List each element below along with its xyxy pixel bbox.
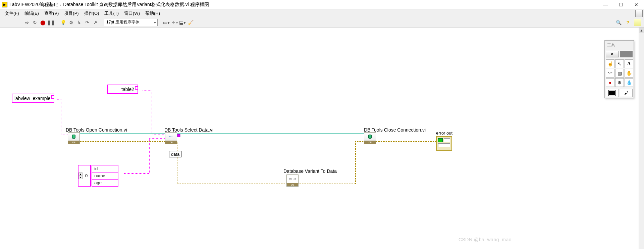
titlebar: LabVIEW2020编程基础：Database Toolkit 查询数据库然后… bbox=[0, 0, 644, 9]
close-button[interactable]: ✕ bbox=[629, 0, 644, 9]
position-tool[interactable]: ↖ bbox=[615, 59, 624, 68]
label-select-data: DB Tools Select Data.vi bbox=[164, 127, 213, 133]
wire-label-data: data bbox=[169, 151, 181, 157]
window-title: LabVIEW2020编程基础：Database Toolkit 查询数据库然后… bbox=[9, 2, 598, 8]
label-error-out: error out bbox=[436, 131, 452, 136]
node-close-connection[interactable]: DB bbox=[364, 132, 376, 144]
menu-operate[interactable]: 操作(O) bbox=[82, 9, 102, 17]
tools-palette-title: 工具 bbox=[605, 41, 634, 50]
tools-palette[interactable]: 工具 ✕ ☝ ↖ A 〰 ▤ ✋ ● ⊕ 💧 🖌 bbox=[604, 40, 634, 98]
help-button[interactable]: ? bbox=[625, 19, 631, 26]
vi-connector-icon[interactable] bbox=[635, 10, 643, 17]
menu-project[interactable]: 项目(P) bbox=[61, 9, 81, 17]
cleanup-button[interactable]: 🧹 bbox=[187, 19, 194, 26]
svg-rect-0 bbox=[177, 134, 180, 137]
auto-tool-indicator[interactable] bbox=[620, 51, 633, 57]
align-button[interactable]: ▭▾ bbox=[163, 19, 170, 26]
eyedropper-tool[interactable]: 💧 bbox=[625, 78, 633, 87]
watermark: CSDN @ba_wang_mao bbox=[459, 237, 512, 242]
array-elem-1[interactable]: name bbox=[92, 172, 118, 180]
auto-tool-button[interactable]: ✕ bbox=[606, 51, 619, 57]
app-icon bbox=[2, 2, 7, 7]
array-elem-0[interactable]: id bbox=[92, 165, 118, 172]
menu-edit[interactable]: 编辑(E) bbox=[22, 9, 42, 17]
abort-button[interactable]: ⬤ bbox=[40, 19, 46, 26]
menu-view[interactable]: 查看(V) bbox=[42, 9, 61, 17]
operate-tool[interactable]: ☝ bbox=[606, 59, 614, 68]
node-variant-to-data[interactable]: ◫→▯ DB bbox=[286, 175, 299, 187]
menu-file[interactable]: 文件(F) bbox=[2, 9, 22, 17]
array-elem-2[interactable]: age bbox=[92, 180, 118, 187]
minimize-button[interactable]: — bbox=[598, 0, 613, 9]
menu-help[interactable]: 帮助(H) bbox=[143, 9, 163, 17]
run-button[interactable]: ⇨ bbox=[23, 19, 30, 26]
node-open-connection[interactable]: DB bbox=[68, 132, 80, 144]
run-continuous-button[interactable]: ↻ bbox=[32, 19, 38, 26]
node-select-data[interactable]: SEL DB bbox=[165, 132, 177, 144]
object-popup-tool[interactable]: ▤ bbox=[615, 69, 624, 78]
wiring-tool[interactable]: 〰 bbox=[606, 69, 614, 78]
toolbar: ⇨ ↻ ⬤ ❚❚ 💡 ⚙ ↳ ↷ ↗ 17pt 应用程序字体 ▭▾ ⫩▾ ⬓▾ … bbox=[0, 17, 644, 28]
scroll-tool[interactable]: ✋ bbox=[625, 69, 633, 78]
vi-icon[interactable] bbox=[634, 19, 641, 26]
menu-window[interactable]: 窗口(W) bbox=[121, 9, 143, 17]
maximize-button[interactable]: ☐ bbox=[613, 0, 629, 9]
breakpoint-tool[interactable]: ● bbox=[606, 78, 614, 87]
color-tool[interactable] bbox=[606, 89, 619, 97]
menu-tools[interactable]: 工具(T) bbox=[102, 9, 121, 17]
vertical-scrollbar[interactable]: ▲ bbox=[639, 28, 644, 249]
retain-wire-button[interactable]: ⚙ bbox=[68, 19, 74, 26]
search-button[interactable]: 🔍 bbox=[615, 19, 622, 26]
indicator-error-out[interactable]: error out bbox=[436, 131, 452, 151]
string-constant-dsn[interactable]: labview_example bbox=[12, 94, 54, 103]
pause-button[interactable]: ❚❚ bbox=[48, 19, 54, 26]
reorder-button[interactable]: ⬓▾ bbox=[179, 19, 186, 26]
string-constant-table[interactable]: table2 bbox=[107, 85, 138, 94]
label-variant-to-data: Database Variant To Data bbox=[283, 168, 337, 174]
step-out-button[interactable]: ↗ bbox=[92, 19, 99, 26]
block-diagram-canvas[interactable]: labview_example table2 DB Tools Open Con… bbox=[0, 28, 644, 249]
distribute-button[interactable]: ⫩▾ bbox=[171, 19, 178, 26]
scroll-up-button[interactable]: ▲ bbox=[639, 28, 644, 33]
label-open-connection: DB Tools Open Connection.vi bbox=[66, 127, 127, 133]
array-index[interactable]: 0 bbox=[83, 172, 90, 179]
probe-tool[interactable]: ⊕ bbox=[615, 78, 624, 87]
text-tool[interactable]: A bbox=[625, 59, 633, 68]
paintbrush-tool[interactable]: 🖌 bbox=[620, 89, 633, 97]
font-select[interactable]: 17pt 应用程序字体 bbox=[104, 19, 158, 26]
step-into-button[interactable]: ↳ bbox=[76, 19, 83, 26]
menubar: 文件(F) 编辑(E) 查看(V) 项目(P) 操作(O) 工具(T) 窗口(W… bbox=[0, 9, 644, 17]
array-constant-columns[interactable]: ▲▼ 0 id name age bbox=[78, 165, 118, 187]
label-close-connection: DB Tools Close Connection.vi bbox=[364, 127, 426, 133]
step-over-button[interactable]: ↷ bbox=[84, 19, 91, 26]
highlight-exec-button[interactable]: 💡 bbox=[60, 19, 66, 26]
